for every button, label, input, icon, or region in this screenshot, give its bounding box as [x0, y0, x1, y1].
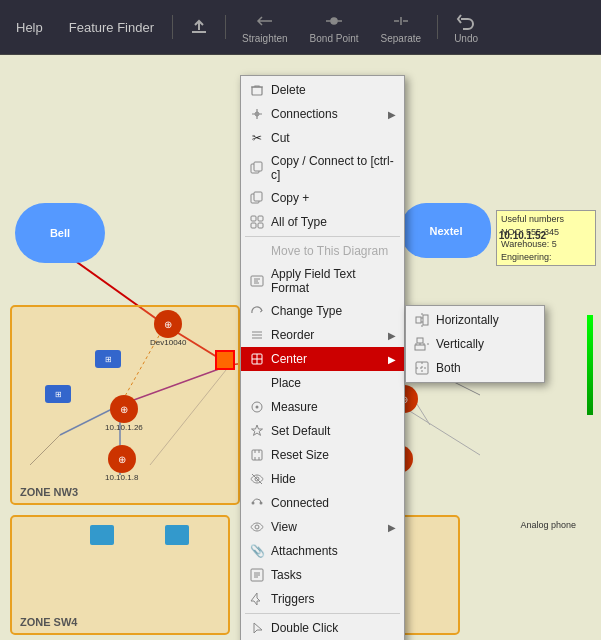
menu-item-copy-plus[interactable]: Copy + — [241, 186, 404, 210]
view-arrow: ▶ — [388, 522, 396, 533]
change-type-label: Change Type — [271, 304, 396, 318]
v-center-icon — [414, 336, 430, 352]
svg-rect-28 — [252, 450, 262, 460]
connections-icon — [249, 106, 265, 122]
menu-item-delete[interactable]: Delete — [241, 78, 404, 102]
reset-size-icon — [249, 447, 265, 463]
view-icon — [249, 519, 265, 535]
menu-item-set-default[interactable]: Set Default — [241, 419, 404, 443]
view-label: View — [271, 520, 382, 534]
menu-item-tasks[interactable]: Tasks — [241, 563, 404, 587]
connected-icon — [249, 495, 265, 511]
svg-point-27 — [256, 406, 259, 409]
upload-button[interactable] — [183, 15, 215, 39]
separate-label: Separate — [381, 33, 422, 44]
tasks-icon — [249, 567, 265, 583]
center-icon — [249, 351, 265, 367]
menu-sep-2 — [245, 613, 400, 614]
separate-button[interactable]: Separate — [375, 9, 428, 46]
svg-rect-20 — [251, 216, 256, 221]
device-icon-1: ⊞ — [45, 385, 71, 403]
measure-icon — [249, 399, 265, 415]
menu-item-reorder[interactable]: Reorder ▶ — [241, 323, 404, 347]
feature-finder-button[interactable]: Feature Finder — [61, 16, 162, 39]
center-arrow: ▶ — [388, 354, 396, 365]
menu-item-connections[interactable]: Connections ▶ — [241, 102, 404, 126]
svg-rect-36 — [416, 317, 421, 323]
triggers-label: Triggers — [271, 592, 396, 606]
menu-item-hide[interactable]: Hide — [241, 467, 404, 491]
field-icon — [249, 273, 265, 289]
horizontally-label: Horizontally — [436, 313, 536, 327]
menu-item-triggers[interactable]: Triggers — [241, 587, 404, 611]
triggers-icon — [249, 591, 265, 607]
menu-item-cut[interactable]: ✂ Cut — [241, 126, 404, 150]
router-node-1[interactable]: ⊕ Dev10040 — [150, 310, 186, 347]
menu-item-change-type[interactable]: Change Type — [241, 299, 404, 323]
set-default-label: Set Default — [271, 424, 396, 438]
canvas-area[interactable]: ZONE NW3 ZONE SW4 ZONE SE2 Bell Nextel U… — [0, 55, 601, 640]
svg-rect-14 — [252, 87, 262, 95]
attachments-label: Attachments — [271, 544, 396, 558]
delete-label: Delete — [271, 83, 396, 97]
svg-rect-19 — [254, 192, 262, 201]
measure-label: Measure — [271, 400, 396, 414]
bond-point-button[interactable]: Bond Point — [304, 9, 365, 46]
menu-item-connected[interactable]: Connected — [241, 491, 404, 515]
selected-node[interactable] — [215, 350, 235, 370]
svg-point-0 — [331, 18, 337, 24]
svg-rect-22 — [251, 223, 256, 228]
menu-item-all-type[interactable]: All of Type — [241, 210, 404, 234]
straighten-button[interactable]: Straighten — [236, 9, 294, 46]
toolbar-sep-2 — [225, 15, 226, 39]
submenu-item-horizontally[interactable]: Horizontally — [406, 308, 544, 332]
submenu-item-both[interactable]: Both — [406, 356, 544, 380]
device-node-3[interactable] — [165, 525, 189, 545]
menu-item-double-click[interactable]: Double Click — [241, 616, 404, 640]
menu-item-attachments[interactable]: 📎 Attachments — [241, 539, 404, 563]
menu-item-view[interactable]: View ▶ — [241, 515, 404, 539]
hide-label: Hide — [271, 472, 396, 486]
nextel-cloud[interactable]: Nextel — [401, 203, 491, 258]
svg-point-30 — [252, 502, 255, 505]
menu-item-move-diagram: Move to This Diagram — [241, 239, 404, 263]
context-menu[interactable]: Delete Connections ▶ ✂ Cut — [240, 75, 405, 640]
device-node-2[interactable] — [90, 525, 114, 545]
place-icon — [249, 375, 265, 391]
copy-connect-icon — [249, 160, 265, 176]
copy-plus-label: Copy + — [271, 191, 396, 205]
apply-field-label: Apply Field Text Format — [271, 267, 396, 295]
attach-icon: 📎 — [249, 543, 265, 559]
set-default-icon — [249, 423, 265, 439]
svg-point-31 — [260, 502, 263, 505]
device-icon-2 — [90, 525, 114, 545]
device-node-1[interactable]: ⊞ — [45, 385, 71, 403]
trash-icon — [249, 82, 265, 98]
menu-item-apply-field[interactable]: Apply Field Text Format — [241, 263, 404, 299]
help-button[interactable]: Help — [8, 16, 51, 39]
svg-rect-38 — [417, 338, 423, 343]
undo-button[interactable]: Undo — [448, 9, 484, 46]
svg-rect-23 — [258, 223, 263, 228]
router-icon-2: ⊕ — [110, 395, 138, 423]
scissors-icon: ✂ — [249, 130, 265, 146]
menu-item-measure[interactable]: Measure — [241, 395, 404, 419]
engineering-number: Engineering: — [501, 251, 591, 264]
signal-bar — [587, 315, 593, 415]
router-node-2[interactable]: ⊕ 10.10.1.26 — [105, 395, 143, 432]
router-node-3[interactable]: ⊕ 10.10.1.8 — [105, 445, 138, 482]
menu-item-center[interactable]: Center ▶ — [241, 347, 404, 371]
menu-item-copy-connect[interactable]: Copy / Connect to [ctrl-c] — [241, 150, 404, 186]
toolbar: Help Feature Finder Straighten Bond Poin… — [0, 0, 601, 55]
router-icon-1: ⊕ — [154, 310, 182, 338]
svg-point-15 — [255, 112, 259, 116]
submenu-item-vertically[interactable]: Vertically — [406, 332, 544, 356]
menu-item-place[interactable]: Place — [241, 371, 404, 395]
switch-node-1[interactable]: ⊞ — [95, 350, 121, 368]
bell-cloud[interactable]: Bell — [15, 203, 105, 263]
menu-item-reset-size[interactable]: Reset Size — [241, 443, 404, 467]
useful-title: Useful numbers — [501, 213, 591, 226]
vertically-label: Vertically — [436, 337, 536, 351]
center-submenu[interactable]: Horizontally Vertically — [405, 305, 545, 383]
reset-size-label: Reset Size — [271, 448, 396, 462]
